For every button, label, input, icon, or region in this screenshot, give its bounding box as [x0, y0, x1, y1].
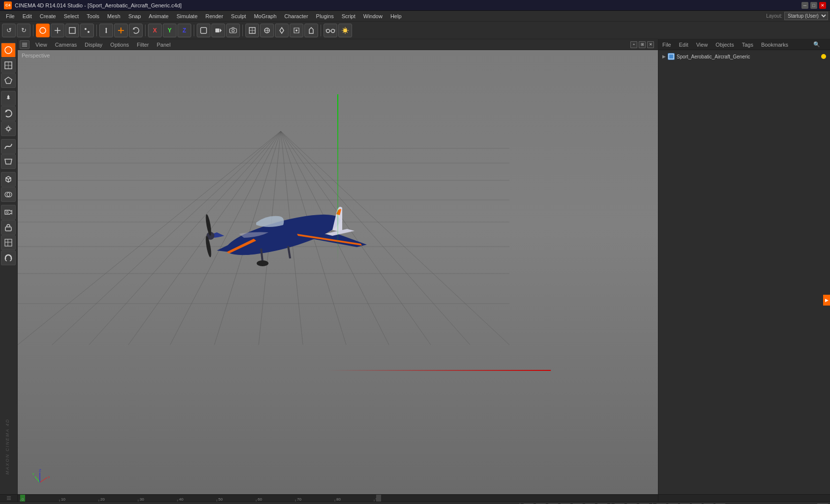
- boole-btn[interactable]: [1, 187, 16, 202]
- move-btn[interactable]: [1, 91, 16, 106]
- scale-tool-button[interactable]: [114, 24, 128, 37]
- close-button[interactable]: ✕: [819, 2, 826, 9]
- svg-rect-83: [376, 495, 381, 502]
- polygon-btn[interactable]: [1, 73, 16, 88]
- right-tab-objects[interactable]: Objects: [713, 42, 736, 48]
- viewport-tab-panel[interactable]: Panel: [153, 41, 175, 49]
- right-tab-bookmarks[interactable]: Bookmarks: [759, 42, 790, 48]
- viewport-plus-btn[interactable]: +: [630, 41, 637, 48]
- viewport-canvas[interactable]: Perspective .grid-line { stroke: #5a5a5a…: [18, 50, 658, 494]
- aircraft-model: [180, 176, 386, 284]
- svg-point-3: [88, 31, 89, 33]
- viewport-tab-view[interactable]: View: [31, 41, 51, 49]
- object-color-dot: [821, 54, 826, 59]
- texture-mode-btn[interactable]: [1, 58, 16, 73]
- y-axis-button[interactable]: Y: [163, 24, 177, 37]
- scale-btn[interactable]: [1, 121, 16, 136]
- menu-file[interactable]: File: [2, 12, 19, 20]
- right-edge-expand-tab[interactable]: ▶: [823, 295, 830, 306]
- right-tab-view[interactable]: View: [694, 42, 710, 48]
- svg-point-0: [40, 28, 46, 33]
- model-mode-button[interactable]: [36, 24, 50, 37]
- rotate-tool-button[interactable]: [129, 24, 143, 37]
- svg-text:20: 20: [100, 497, 105, 502]
- timeline-ruler[interactable]: 0 10 20 30 40 50 60 70 80 90: [18, 495, 658, 502]
- menu-create[interactable]: Create: [36, 12, 60, 20]
- viewport-close-btn[interactable]: ✕: [647, 41, 654, 48]
- toolbar-sep-6: [321, 25, 321, 36]
- svg-point-24: [6, 211, 8, 213]
- obj-btn-5[interactable]: [304, 24, 318, 37]
- svg-line-56: [35, 476, 40, 482]
- viewport-tab-display[interactable]: Display: [81, 41, 106, 49]
- points-mode-button[interactable]: [80, 24, 94, 37]
- toolbar-sep-3: [145, 25, 146, 36]
- light-button[interactable]: [338, 24, 352, 37]
- right-tab-tags[interactable]: Tags: [740, 42, 755, 48]
- viewport-tab-filter[interactable]: Filter: [133, 41, 152, 49]
- viewport-tab-options[interactable]: Options: [106, 41, 133, 49]
- camera-button[interactable]: [226, 24, 240, 37]
- magnet-btn[interactable]: [1, 251, 16, 265]
- minimize-button[interactable]: ─: [801, 2, 808, 9]
- viewport-maximize-btn[interactable]: ⊞: [639, 41, 646, 48]
- redo-button[interactable]: ↻: [17, 24, 30, 37]
- object-axis-button[interactable]: [51, 24, 64, 37]
- menu-mograph[interactable]: MoGraph: [250, 12, 280, 20]
- undo-button[interactable]: ↺: [2, 24, 16, 37]
- perspective-label: Perspective: [22, 53, 50, 58]
- svg-rect-6: [201, 28, 207, 33]
- rotate-btn[interactable]: [1, 106, 16, 121]
- texture-axis-button[interactable]: [65, 24, 79, 37]
- grid-btn[interactable]: [1, 235, 16, 250]
- svg-rect-1: [69, 28, 75, 33]
- menu-window[interactable]: Window: [359, 12, 386, 20]
- svg-text:Y: Y: [32, 472, 35, 476]
- x-axis-button[interactable]: X: [148, 24, 162, 37]
- menu-plugins[interactable]: Plugins: [312, 12, 338, 20]
- viewport-tab-cameras[interactable]: Cameras: [51, 41, 81, 49]
- camera-tool-btn[interactable]: [1, 205, 16, 220]
- obj-btn-3[interactable]: [275, 24, 289, 37]
- menu-mesh[interactable]: Mesh: [103, 12, 124, 20]
- menu-tools[interactable]: Tools: [83, 12, 103, 20]
- right-tab-edit[interactable]: Edit: [677, 42, 690, 48]
- menu-animate[interactable]: Animate: [145, 12, 173, 20]
- object-item[interactable]: ▶ Sport_Aerobatic_Aircraft_Generic: [660, 52, 828, 61]
- viewport-options-btn[interactable]: [20, 40, 30, 49]
- menu-select[interactable]: Select: [60, 12, 83, 20]
- menu-edit[interactable]: Edit: [19, 12, 36, 20]
- menu-script[interactable]: Script: [338, 12, 359, 20]
- record-button[interactable]: [211, 24, 225, 37]
- svg-point-2: [85, 28, 87, 30]
- svg-text:50: 50: [218, 497, 223, 502]
- deformer-btn[interactable]: [1, 154, 16, 169]
- glasses-button[interactable]: [324, 24, 337, 37]
- layout-select[interactable]: Startup (User): [784, 12, 828, 20]
- menu-render[interactable]: Render: [202, 12, 227, 20]
- menu-simulate[interactable]: Simulate: [173, 12, 202, 20]
- menu-sculpt[interactable]: Sculpt: [227, 12, 250, 20]
- viewport-tabs: View Cameras Display Options Filter Pane…: [18, 39, 658, 50]
- object-mode-btn[interactable]: [1, 43, 16, 57]
- object-name: Sport_Aerobatic_Aircraft_Generic: [677, 54, 750, 59]
- render-settings-button[interactable]: [197, 24, 210, 37]
- svg-line-54: [288, 246, 290, 258]
- z-axis-button[interactable]: Z: [178, 24, 191, 37]
- cube-btn[interactable]: [1, 172, 16, 187]
- menu-snap[interactable]: Snap: [124, 12, 145, 20]
- menu-help[interactable]: Help: [386, 12, 406, 20]
- right-tab-file[interactable]: File: [660, 42, 673, 48]
- search-icon[interactable]: 🔍: [813, 41, 820, 48]
- lock-btn[interactable]: [1, 220, 16, 235]
- obj-btn-2[interactable]: [260, 24, 274, 37]
- svg-text:70: 70: [297, 497, 301, 502]
- spline-btn[interactable]: [1, 139, 16, 154]
- maximize-button[interactable]: □: [810, 2, 817, 9]
- obj-btn-1[interactable]: [245, 24, 259, 37]
- expand-icon: ▶: [662, 54, 666, 59]
- obj-btn-4[interactable]: [290, 24, 303, 37]
- menu-character[interactable]: Character: [280, 12, 312, 20]
- move-tool-button[interactable]: [99, 24, 113, 37]
- panel-close-icon[interactable]: [821, 41, 828, 48]
